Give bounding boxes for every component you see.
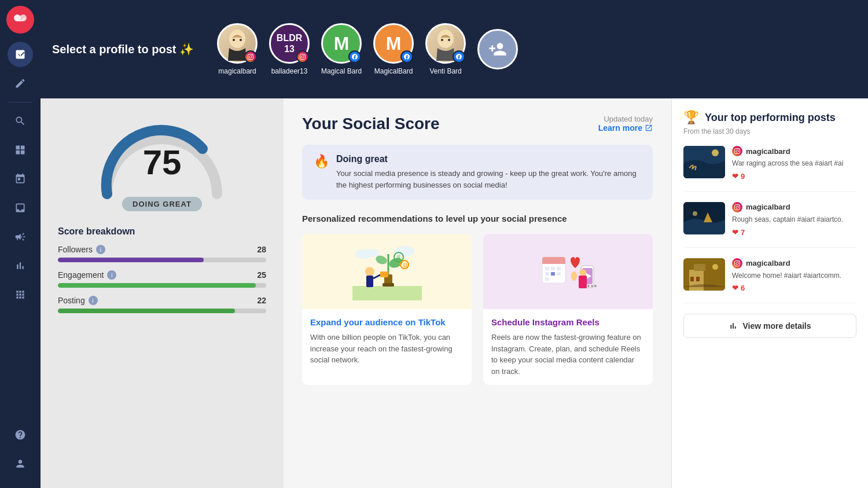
flame-icon: 🔥 (314, 154, 329, 169)
profile-name-magicalbard-ig: magicalbard (218, 67, 256, 75)
add-profile-button[interactable] (477, 29, 518, 69)
profile-magical-bard-fb[interactable]: M Magical Bard (321, 23, 362, 75)
social-score-panel: Your Social Score Updated today Learn mo… (284, 98, 671, 488)
top-posts-panel: 🏆 Your top performing posts From the las… (671, 98, 868, 488)
followers-label: Followers (58, 245, 93, 254)
svg-point-41 (579, 269, 586, 276)
engagement-value: 25 (257, 270, 266, 280)
svg-rect-32 (551, 267, 555, 270)
sidebar-item-apps[interactable] (8, 282, 33, 307)
doing-great-content: Doing great Your social media presence i… (336, 154, 641, 190)
svg-rect-42 (579, 276, 587, 288)
profile-name-balladeer13: balladeer13 (271, 67, 308, 75)
instagram-badge (244, 50, 257, 63)
rec-card-tiktok[interactable]: # @ Expand your aud (302, 234, 472, 385)
bar-chart-icon (729, 321, 738, 331)
gauge-wrapper: 75 (95, 122, 229, 203)
social-score-title: Your Social Score (302, 115, 440, 133)
sidebar-item-leaderboard[interactable] (8, 42, 33, 67)
svg-rect-31 (545, 267, 549, 270)
engagement-info-icon[interactable]: i (107, 270, 116, 280)
heart-icon-1: ❤ (732, 172, 738, 181)
posting-progress-fill (58, 309, 235, 313)
main-content: Select a profile to post ✨ (41, 0, 868, 488)
post-info-3: magicalbard Welcome home! #aiart #aiartc… (732, 258, 856, 293)
followers-info-icon[interactable]: i (96, 245, 105, 254)
svg-rect-55 (696, 277, 700, 281)
app-logo[interactable] (6, 6, 34, 34)
post-item-1: magicalbard War raging across the sea #a… (683, 146, 856, 192)
followers-progress-bg (58, 258, 266, 262)
post-account-icon-3 (732, 258, 742, 269)
sidebar-item-search[interactable] (8, 108, 33, 134)
updated-text: Updated today (598, 115, 653, 123)
sidebar-item-posts[interactable] (8, 137, 33, 163)
engagement-progress-bg (58, 283, 266, 288)
top-posts-subtitle: From the last 30 days (683, 127, 856, 135)
svg-point-3 (233, 39, 235, 41)
sidebar-item-calendar[interactable] (8, 166, 33, 192)
svg-text:@: @ (403, 262, 408, 268)
svg-point-44 (587, 285, 590, 287)
updated-info: Updated today Learn more (598, 115, 653, 133)
score-number: 75 (143, 142, 182, 182)
score-breakdown-section: Score breakdown Followers i 28 (52, 226, 272, 321)
sidebar-item-campaigns[interactable] (8, 224, 33, 249)
sidebar (0, 0, 41, 488)
profile-name-magicalbard-fb: MagicalBard (374, 67, 413, 75)
svg-point-46 (594, 285, 597, 287)
rec-card-tiktok-text: With one billion people on TikTok, you c… (310, 332, 464, 366)
svg-point-50 (693, 211, 697, 216)
sidebar-item-profile[interactable] (8, 451, 33, 476)
facebook-badge (348, 50, 361, 63)
post-thumb-3 (683, 258, 725, 291)
recommendations-title: Personalized recommendations to level up… (302, 214, 653, 223)
heart-icon-2: ❤ (732, 228, 738, 237)
svg-rect-30 (542, 260, 565, 264)
recommendations-grid: # @ Expand your aud (302, 234, 653, 385)
score-item-engagement: Engagement i 25 (58, 270, 266, 288)
view-more-button[interactable]: View more details (683, 314, 856, 338)
sidebar-item-inbox[interactable] (8, 195, 33, 221)
sidebar-item-compose[interactable] (8, 71, 33, 96)
svg-point-4 (240, 39, 242, 41)
post-text-2: Rough seas, captain #aiart #aiartco. (732, 215, 856, 225)
profile-venti-bard-fb[interactable]: Venti Bard (425, 23, 466, 75)
svg-point-45 (591, 285, 593, 287)
svg-rect-33 (557, 267, 561, 270)
post-account-3: magicalbard (732, 258, 856, 269)
learn-more-link[interactable]: Learn more (598, 123, 653, 133)
post-text-1: War raging across the sea #aiart #ai (732, 159, 856, 168)
rec-card-instagram-img (483, 234, 653, 309)
rec-card-instagram-text: Reels are now the fastest-growing featur… (491, 332, 645, 377)
followers-progress-fill (58, 258, 204, 262)
svg-text:#: # (397, 254, 400, 260)
svg-point-2 (229, 30, 245, 48)
sidebar-item-help[interactable] (8, 422, 33, 447)
posting-info-icon[interactable]: i (89, 296, 98, 305)
svg-rect-36 (557, 272, 561, 276)
svg-rect-12 (352, 286, 422, 300)
post-account-name-2: magicalbard (746, 203, 790, 211)
score-panel: 75 DOING GREAT Score breakdown Followers… (41, 98, 284, 488)
rec-card-tiktok-img: # @ (302, 234, 472, 309)
rec-card-instagram-content: Schedule Instagram Reels Reels are now t… (483, 309, 653, 385)
profile-balladeer13-ig[interactable]: BLDR13 balladeer13 (269, 23, 310, 75)
svg-rect-35 (551, 272, 555, 276)
sidebar-item-analytics[interactable] (8, 253, 33, 278)
doing-great-title: Doing great (336, 154, 641, 164)
rec-card-instagram[interactable]: Schedule Instagram Reels Reels are now t… (483, 234, 653, 385)
content-area: 75 DOING GREAT Score breakdown Followers… (41, 98, 868, 488)
profile-magicalbard-ig[interactable]: magicalbard (217, 23, 258, 75)
instagram-badge (296, 50, 309, 63)
post-likes-3: ❤ 6 (732, 284, 856, 292)
post-account-name-1: magicalbard (746, 147, 790, 156)
svg-rect-37 (545, 277, 549, 281)
post-account-1: magicalbard (732, 146, 856, 156)
rec-card-tiktok-title: Expand your audience on TikTok (310, 317, 464, 327)
svg-point-48 (712, 149, 719, 156)
svg-point-56 (712, 264, 718, 270)
profile-selector-header: Select a profile to post ✨ (41, 0, 868, 98)
svg-point-10 (366, 249, 380, 257)
profile-magicalbard-fb[interactable]: M MagicalBard (373, 23, 414, 75)
